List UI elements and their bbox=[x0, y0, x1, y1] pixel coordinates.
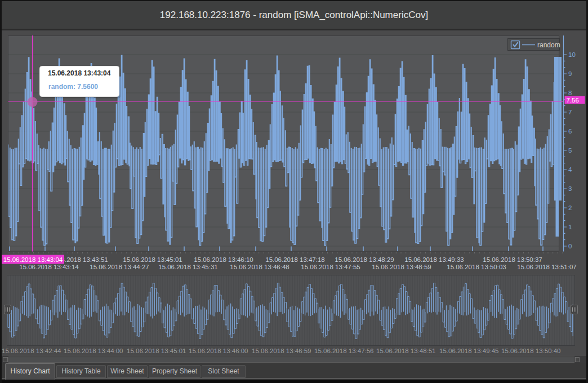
svg-text:2: 2 bbox=[568, 204, 572, 211]
svg-text:7.56: 7.56 bbox=[567, 97, 579, 104]
svg-text:15.06.2018 13:45:01: 15.06.2018 13:45:01 bbox=[123, 256, 182, 263]
svg-text:15.06.2018 13:43:14: 15.06.2018 13:43:14 bbox=[19, 264, 79, 270]
svg-text:15.06.2018 13:49:33: 15.06.2018 13:49:33 bbox=[404, 256, 464, 263]
svg-text:15.06.2018 13:44:27: 15.06.2018 13:44:27 bbox=[90, 264, 149, 270]
svg-text:15.06.2018 13:46:48: 15.06.2018 13:46:48 bbox=[230, 264, 289, 270]
svg-text:15.06.2018 13:50:03: 15.06.2018 13:50:03 bbox=[447, 264, 506, 270]
svg-text:15.06.2018 13:47:18: 15.06.2018 13:47:18 bbox=[265, 256, 325, 263]
svg-text:15.06.2018 13:48:29: 15.06.2018 13:48:29 bbox=[335, 256, 394, 263]
svg-text:15.06.2018 13:43:04: 15.06.2018 13:43:04 bbox=[48, 69, 111, 77]
svg-text:15.06.2018 13:45:31: 15.06.2018 13:45:31 bbox=[158, 264, 218, 270]
svg-text:8: 8 bbox=[568, 90, 572, 96]
svg-text:15.06.2018 13:44:00: 15.06.2018 13:44:00 bbox=[64, 348, 123, 354]
svg-text:15.06.2018 13:50:40: 15.06.2018 13:50:40 bbox=[501, 348, 561, 354]
svg-text:15.06.2018 13:51:07: 15.06.2018 13:51:07 bbox=[517, 264, 577, 270]
svg-text:15.06.2018 13:46:00: 15.06.2018 13:46:00 bbox=[189, 348, 248, 354]
svg-text:1: 1 bbox=[568, 224, 572, 230]
svg-text:15.06.2018 13:43:04: 15.06.2018 13:43:04 bbox=[3, 256, 63, 263]
svg-text:15.06.2018 13:49:45: 15.06.2018 13:49:45 bbox=[439, 348, 499, 354]
svg-text:7: 7 bbox=[568, 109, 572, 115]
svg-text:10: 10 bbox=[568, 51, 576, 58]
svg-text:15.06.2018 13:45:01: 15.06.2018 13:45:01 bbox=[127, 348, 186, 354]
svg-text:0: 0 bbox=[568, 243, 572, 250]
svg-text:15.06.2018 13:47:56: 15.06.2018 13:47:56 bbox=[314, 348, 374, 354]
svg-text:15.06.2018 13:46:59: 15.06.2018 13:46:59 bbox=[252, 348, 311, 354]
svg-text:15.06.2018 13:50:37: 15.06.2018 13:50:37 bbox=[483, 256, 542, 263]
svg-text:random: random bbox=[537, 41, 560, 49]
svg-text:3: 3 bbox=[568, 185, 572, 192]
svg-text:random: 7.5600: random: 7.5600 bbox=[48, 83, 98, 91]
svg-text:15.06.2018 13:46:10: 15.06.2018 13:46:10 bbox=[194, 256, 253, 263]
svg-text:15.06.2018 13:48:51: 15.06.2018 13:48:51 bbox=[376, 348, 436, 354]
svg-text:5: 5 bbox=[568, 147, 572, 154]
svg-text:6: 6 bbox=[568, 128, 572, 135]
svg-text:15.06.2018 13:48:59: 15.06.2018 13:48:59 bbox=[372, 264, 431, 270]
svg-text:15.06.2018 13:42:44: 15.06.2018 13:42:44 bbox=[2, 348, 61, 354]
svg-text:9: 9 bbox=[568, 70, 572, 77]
svg-text:15.06.2018 13:47:55: 15.06.2018 13:47:55 bbox=[301, 264, 360, 270]
svg-text:4: 4 bbox=[568, 166, 572, 173]
